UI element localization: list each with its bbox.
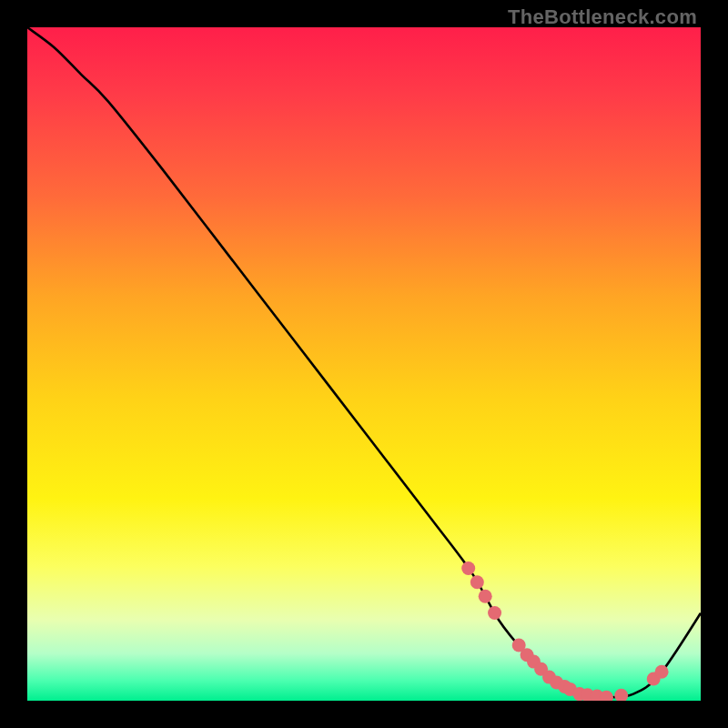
chart-plot-area — [27, 27, 701, 701]
watermark-text: TheBottleneck.com — [508, 5, 697, 29]
highlight-dot — [614, 689, 628, 701]
highlight-dots — [461, 561, 668, 701]
highlight-dot — [488, 606, 501, 620]
bottleneck-curve — [27, 27, 701, 697]
highlight-dot — [470, 575, 484, 589]
bottleneck-curve-svg — [27, 27, 701, 701]
highlight-dot — [479, 590, 492, 603]
highlight-dot — [655, 665, 669, 679]
highlight-dot — [461, 561, 475, 575]
